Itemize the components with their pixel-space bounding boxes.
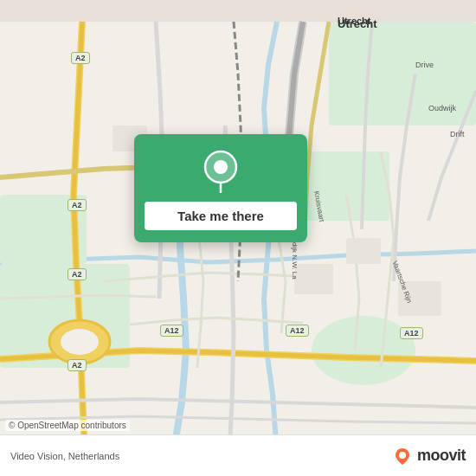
svg-rect-3 bbox=[329, 22, 476, 125]
take-me-there-button[interactable]: Take me there bbox=[145, 202, 297, 230]
svg-point-15 bbox=[399, 452, 406, 459]
place-name: Video Vision, Netherlands bbox=[10, 451, 119, 461]
location-card: Take me there bbox=[134, 134, 307, 242]
svg-rect-11 bbox=[346, 238, 381, 264]
moovit-text: moovit bbox=[417, 447, 466, 465]
svg-rect-4 bbox=[303, 151, 389, 221]
moovit-pin-icon bbox=[393, 447, 412, 466]
bottom-bar: Video Vision, Netherlands moovit bbox=[0, 434, 476, 476]
svg-point-7 bbox=[61, 329, 99, 355]
map-copyright: © OpenStreetMap contributors bbox=[5, 420, 130, 431]
map-container: Utrecht A2 A2 A2 A2 A12 A12 A12 Kanaaldi… bbox=[0, 0, 476, 476]
svg-point-5 bbox=[312, 316, 415, 385]
svg-point-14 bbox=[214, 160, 228, 174]
svg-rect-10 bbox=[294, 264, 333, 294]
svg-rect-12 bbox=[398, 281, 441, 316]
card-green-section: Take me there bbox=[134, 134, 307, 242]
map-pin-icon bbox=[203, 150, 238, 193]
moovit-logo: moovit bbox=[393, 447, 466, 466]
